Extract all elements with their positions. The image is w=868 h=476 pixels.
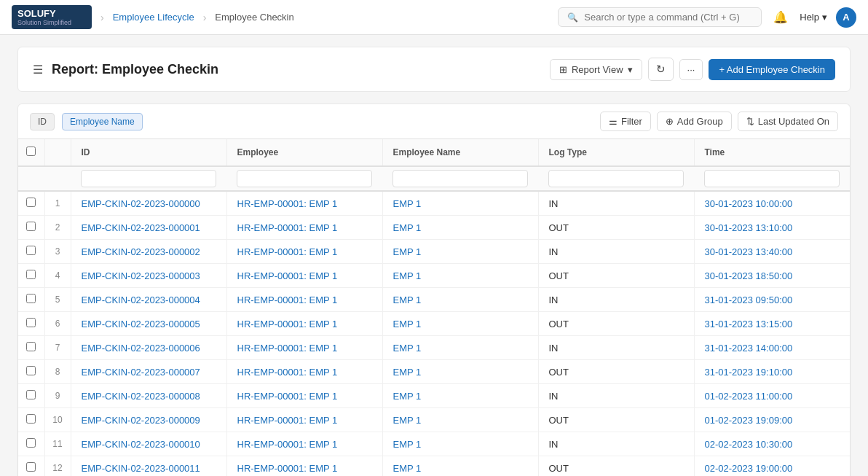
select-all-checkbox[interactable] bbox=[26, 147, 36, 156]
more-options-button[interactable]: ··· bbox=[679, 59, 703, 80]
employee-link[interactable]: HR-EMP-00001: EMP 1 bbox=[237, 391, 338, 402]
add-group-button[interactable]: ⊕ Add Group bbox=[657, 112, 732, 131]
search-input[interactable] bbox=[584, 12, 752, 23]
employee-link[interactable]: HR-EMP-00001: EMP 1 bbox=[237, 343, 338, 354]
id-link[interactable]: EMP-CKIN-02-2023-000001 bbox=[82, 222, 200, 233]
last-updated-button[interactable]: ⇅ Last Updated On bbox=[738, 112, 838, 131]
time-link[interactable]: 30-01-2023 10:00:00 bbox=[705, 198, 793, 209]
help-button[interactable]: Help ▾ bbox=[800, 12, 827, 23]
avatar[interactable]: A bbox=[836, 7, 856, 28]
breadcrumb-employee-lifecycle[interactable]: Employee Lifecycle bbox=[113, 12, 194, 23]
row-checkbox[interactable] bbox=[26, 462, 36, 472]
employee-name-link[interactable]: EMP 1 bbox=[393, 246, 422, 257]
report-view-button[interactable]: ⊞ Report View ▾ bbox=[550, 59, 642, 80]
employee-link[interactable]: HR-EMP-00001: EMP 1 bbox=[237, 319, 338, 329]
cell-id: EMP-CKIN-02-2023-000007 bbox=[71, 360, 226, 384]
row-checkbox[interactable] bbox=[26, 342, 36, 351]
filter-time-input[interactable] bbox=[704, 170, 840, 187]
notification-bell-button[interactable]: 🔔 bbox=[770, 7, 791, 27]
employee-name-link[interactable]: EMP 1 bbox=[393, 439, 422, 450]
time-link[interactable]: 02-02-2023 19:00:00 bbox=[705, 463, 793, 474]
row-checkbox[interactable] bbox=[26, 414, 36, 424]
time-link[interactable]: 31-01-2023 09:50:00 bbox=[705, 294, 793, 305]
time-link[interactable]: 31-01-2023 14:00:00 bbox=[705, 343, 793, 354]
cell-time: 31-01-2023 19:10:00 bbox=[694, 360, 850, 384]
id-link[interactable]: EMP-CKIN-02-2023-000011 bbox=[82, 463, 200, 474]
row-checkbox[interactable] bbox=[26, 318, 36, 327]
cell-time: 30-01-2023 10:00:00 bbox=[694, 191, 850, 216]
employee-link[interactable]: HR-EMP-00001: EMP 1 bbox=[237, 367, 338, 378]
id-link[interactable]: EMP-CKIN-02-2023-000007 bbox=[82, 367, 200, 378]
row-number: 12 bbox=[44, 456, 71, 477]
refresh-button[interactable]: ↻ bbox=[648, 58, 674, 81]
cell-employee: HR-EMP-00001: EMP 1 bbox=[226, 288, 382, 312]
row-checkbox[interactable] bbox=[26, 222, 36, 231]
filter-button[interactable]: ⚌ Filter bbox=[600, 112, 651, 131]
time-link[interactable]: 30-01-2023 18:50:00 bbox=[705, 270, 793, 281]
id-link[interactable]: EMP-CKIN-02-2023-000000 bbox=[82, 198, 200, 209]
time-link[interactable]: 02-02-2023 10:30:00 bbox=[705, 439, 793, 450]
time-link[interactable]: 30-01-2023 13:40:00 bbox=[705, 246, 793, 257]
employee-name-link[interactable]: EMP 1 bbox=[393, 343, 422, 354]
cell-employee-name: EMP 1 bbox=[382, 288, 538, 312]
add-employee-checkin-button[interactable]: + Add Employee Checkin bbox=[709, 59, 835, 80]
filter-log-type-input[interactable] bbox=[548, 170, 684, 187]
employee-name-link[interactable]: EMP 1 bbox=[393, 367, 422, 378]
logo[interactable]: SOLUFY Solution Simplified bbox=[12, 5, 92, 30]
id-link[interactable]: EMP-CKIN-02-2023-000004 bbox=[82, 294, 200, 305]
filter-id-input[interactable] bbox=[81, 170, 216, 187]
id-link[interactable]: EMP-CKIN-02-2023-000008 bbox=[82, 391, 200, 402]
employee-name-link[interactable]: EMP 1 bbox=[393, 415, 422, 426]
table-row: 1 EMP-CKIN-02-2023-000000 HR-EMP-00001: … bbox=[18, 191, 850, 216]
row-checkbox[interactable] bbox=[26, 270, 36, 279]
row-checkbox[interactable] bbox=[26, 198, 36, 207]
employee-link[interactable]: HR-EMP-00001: EMP 1 bbox=[237, 463, 338, 474]
time-link[interactable]: 31-01-2023 13:15:00 bbox=[705, 319, 793, 329]
time-link[interactable]: 31-01-2023 19:10:00 bbox=[705, 367, 793, 378]
id-link[interactable]: EMP-CKIN-02-2023-000002 bbox=[82, 246, 200, 257]
employee-link[interactable]: HR-EMP-00001: EMP 1 bbox=[237, 198, 338, 209]
id-link[interactable]: EMP-CKIN-02-2023-000009 bbox=[82, 415, 200, 426]
row-checkbox[interactable] bbox=[26, 246, 36, 255]
employee-link[interactable]: HR-EMP-00001: EMP 1 bbox=[237, 246, 338, 257]
employee-link[interactable]: HR-EMP-00001: EMP 1 bbox=[237, 222, 338, 233]
employee-link[interactable]: HR-EMP-00001: EMP 1 bbox=[237, 415, 338, 426]
employee-link[interactable]: HR-EMP-00001: EMP 1 bbox=[237, 294, 338, 305]
filter-employee-name-input[interactable] bbox=[392, 170, 528, 187]
employee-name-link[interactable]: EMP 1 bbox=[393, 391, 422, 402]
cell-employee-name: EMP 1 bbox=[382, 408, 538, 432]
id-link[interactable]: EMP-CKIN-02-2023-000006 bbox=[82, 343, 200, 354]
row-checkbox[interactable] bbox=[26, 366, 36, 375]
employee-name-link[interactable]: EMP 1 bbox=[393, 319, 422, 329]
header-checkbox-cell bbox=[18, 139, 44, 166]
chevron-down-icon: ▾ bbox=[628, 64, 633, 75]
row-checkbox[interactable] bbox=[26, 294, 36, 303]
cell-log-type: IN bbox=[538, 240, 694, 264]
row-checkbox-cell bbox=[18, 240, 44, 264]
filter-actions: ⚌ Filter ⊕ Add Group ⇅ Last Updated On bbox=[600, 112, 838, 131]
menu-icon[interactable]: ☰ bbox=[33, 63, 43, 77]
employee-name-link[interactable]: EMP 1 bbox=[393, 463, 422, 474]
employee-name-link[interactable]: EMP 1 bbox=[393, 294, 422, 305]
time-link[interactable]: 01-02-2023 11:00:00 bbox=[705, 391, 793, 402]
row-checkbox[interactable] bbox=[26, 390, 36, 399]
employee-name-link[interactable]: EMP 1 bbox=[393, 270, 422, 281]
employee-name-link[interactable]: EMP 1 bbox=[393, 198, 422, 209]
filter-employee-input[interactable] bbox=[237, 170, 372, 187]
id-link[interactable]: EMP-CKIN-02-2023-000003 bbox=[82, 270, 200, 281]
cell-employee: HR-EMP-00001: EMP 1 bbox=[226, 456, 382, 477]
id-link[interactable]: EMP-CKIN-02-2023-000005 bbox=[82, 319, 200, 329]
page-body: ☰ Report: Employee Checkin ⊞ Report View… bbox=[0, 35, 868, 476]
time-link[interactable]: 01-02-2023 19:09:00 bbox=[705, 415, 793, 426]
search-bar[interactable]: 🔍 bbox=[558, 7, 762, 27]
time-link[interactable]: 30-01-2023 13:10:00 bbox=[705, 222, 793, 233]
filter-employee-cell bbox=[226, 166, 382, 191]
table-header-row: ID Employee Employee Name Log Type Time bbox=[18, 139, 850, 166]
filter-tag-employee-name[interactable]: Employee Name bbox=[62, 113, 143, 130]
employee-link[interactable]: HR-EMP-00001: EMP 1 bbox=[237, 270, 338, 281]
employee-name-link[interactable]: EMP 1 bbox=[393, 222, 422, 233]
employee-link[interactable]: HR-EMP-00001: EMP 1 bbox=[237, 439, 338, 450]
id-link[interactable]: EMP-CKIN-02-2023-000010 bbox=[82, 439, 200, 450]
filter-tag-id[interactable]: ID bbox=[30, 113, 55, 130]
row-checkbox[interactable] bbox=[26, 438, 36, 448]
